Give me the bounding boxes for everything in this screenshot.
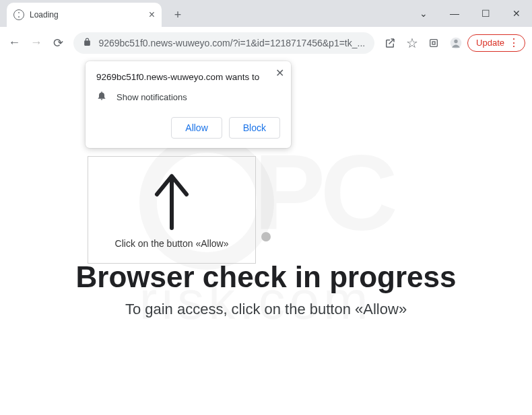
extensions-button[interactable] <box>424 32 444 54</box>
new-tab-button[interactable]: + <box>168 5 187 24</box>
forward-button[interactable]: → <box>26 32 46 54</box>
minimize-button[interactable]: — <box>439 3 470 24</box>
arrow-caption: Click on the button «Allow» <box>115 238 229 249</box>
browser-chrome: Loading × + ⌄ — ☐ ✕ ← → ⟳ 9269bc51f0.new… <box>0 0 532 59</box>
tab-close-button[interactable]: × <box>149 9 155 20</box>
up-arrow-icon <box>152 171 192 231</box>
profile-button[interactable] <box>446 32 466 54</box>
arrow-hint-box: Click on the button «Allow» <box>88 156 256 264</box>
bell-icon <box>96 90 107 104</box>
lock-icon <box>83 38 92 48</box>
permission-row: Show notifications <box>96 90 280 104</box>
svg-point-3 <box>454 39 457 42</box>
loading-dot-icon <box>261 232 271 241</box>
reload-button[interactable]: ⟳ <box>48 32 68 54</box>
update-label: Update <box>476 38 504 48</box>
caret-down-button[interactable]: ⌄ <box>408 3 439 24</box>
window-controls: ⌄ — ☐ ✕ <box>408 0 532 27</box>
allow-button[interactable]: Allow <box>171 117 222 139</box>
svg-rect-1 <box>432 42 435 44</box>
svg-rect-0 <box>430 39 438 46</box>
update-button[interactable]: Update ⋮ <box>467 34 525 52</box>
globe-icon <box>13 9 24 20</box>
page-headline: Browser check in progress <box>0 260 532 294</box>
back-button[interactable]: ← <box>4 32 24 54</box>
url-text: 9269bc51f0.news-wuweyo.com/?i=1&id=12187… <box>98 38 365 48</box>
close-window-button[interactable]: ✕ <box>501 3 532 24</box>
tab-title: Loading <box>30 10 143 20</box>
permission-actions: Allow Block <box>96 117 280 139</box>
popup-close-button[interactable]: ✕ <box>275 67 284 79</box>
notification-permission-popup: ✕ 9269bc51f0.news-wuweyo.com wants to Sh… <box>86 61 291 148</box>
address-bar[interactable]: 9269bc51f0.news-wuweyo.com/?i=1&id=12187… <box>73 32 374 54</box>
page-subline: To gain access, click on the button «All… <box>0 301 532 318</box>
share-button[interactable] <box>380 32 400 54</box>
permission-request-label: Show notifications <box>117 92 187 102</box>
menu-dots-icon: ⋮ <box>508 38 519 48</box>
page-content: PC risk.com ✕ 9269bc51f0.news-wuweyo.com… <box>0 59 532 415</box>
bookmark-star-button[interactable]: ☆ <box>402 32 422 54</box>
block-button[interactable]: Block <box>229 117 280 139</box>
title-bar: Loading × + ⌄ — ☐ ✕ <box>0 0 532 27</box>
browser-tab[interactable]: Loading × <box>7 3 162 27</box>
maximize-button[interactable]: ☐ <box>470 3 501 24</box>
toolbar: ← → ⟳ 9269bc51f0.news-wuweyo.com/?i=1&id… <box>0 27 532 59</box>
permission-origin-text: 9269bc51f0.news-wuweyo.com wants to <box>96 72 280 82</box>
